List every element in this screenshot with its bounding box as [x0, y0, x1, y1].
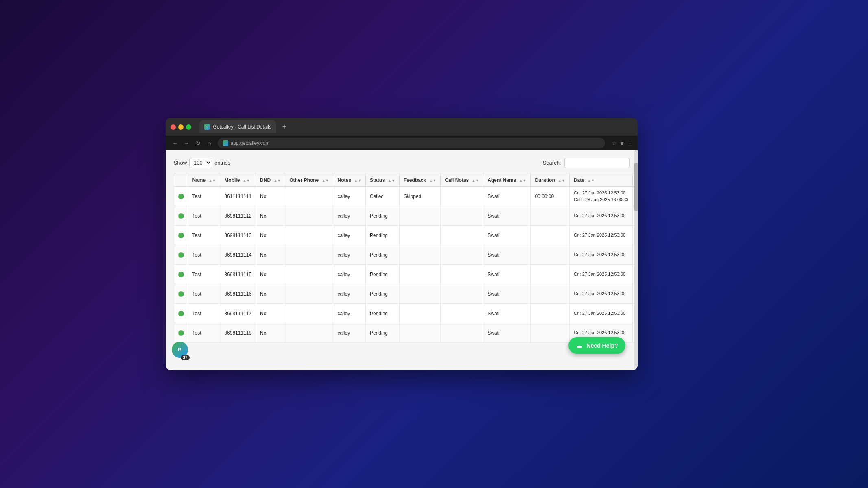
minimize-button[interactable] [178, 124, 184, 130]
feedback-cell [399, 226, 441, 245]
sort-notes-icon: ▲▼ [354, 179, 361, 183]
agent-name-cell: Swati [483, 187, 531, 206]
table-row: Test8698111118NocalleyPendingSwatiCr : 2… [174, 323, 638, 343]
status-indicator [178, 213, 184, 219]
tab-favicon: G [204, 124, 210, 130]
name-cell: Test [188, 304, 220, 323]
maximize-button[interactable] [186, 124, 191, 130]
name-cell: Test [188, 284, 220, 304]
whatsapp-help-button[interactable]: 🗕 Need Help? [568, 337, 625, 354]
show-label: Show [174, 160, 187, 166]
duration-cell [531, 265, 570, 284]
notification-badge: 37 [181, 355, 190, 360]
date-created: Cr : 27 Jan 2025 12:53:00 [574, 212, 629, 219]
table-row: Test8698111115NocalleyPendingSwatiCr : 2… [174, 265, 638, 284]
search-label: Search: [543, 160, 561, 166]
col-header-call-notes[interactable]: Call Notes ▲▼ [441, 174, 483, 187]
dnd-cell: No [256, 206, 285, 226]
notes-cell: calley [333, 187, 366, 206]
col-header-dnd[interactable]: DND ▲▼ [256, 174, 285, 187]
notes-cell: calley [333, 245, 366, 265]
col-header-date[interactable]: Date ▲▼ [569, 174, 633, 187]
active-tab[interactable]: G Getcalley - Call List Details [199, 120, 276, 133]
duration-cell [531, 245, 570, 265]
dnd-cell: No [256, 245, 285, 265]
scrollbar-thumb[interactable] [634, 163, 638, 211]
agent-name-cell: Swati [483, 226, 531, 245]
col-header-notes[interactable]: Notes ▲▼ [333, 174, 366, 187]
status-cell: Pending [365, 226, 399, 245]
menu-icon[interactable]: ⋮ [627, 140, 633, 146]
row-checkbox-cell [174, 206, 188, 226]
scrollbar[interactable] [634, 150, 638, 370]
dnd-cell: No [256, 226, 285, 245]
date-created: Cr : 27 Jan 2025 12:53:00 [574, 290, 629, 297]
other-phone-cell [285, 265, 333, 284]
status-cell: Called [365, 187, 399, 206]
dnd-cell: No [256, 265, 285, 284]
status-cell: Pending [365, 206, 399, 226]
data-table: Name ▲▼ Mobile ▲▼ DND ▲▼ Other Phone [174, 174, 638, 343]
status-cell: Pending [365, 284, 399, 304]
call-notes-cell [441, 323, 483, 343]
status-indicator [178, 252, 184, 258]
table-row: Test8698111114NocalleyPendingSwatiCr : 2… [174, 245, 638, 265]
dnd-cell: No [256, 323, 285, 343]
nav-buttons: ← → ↻ ⌂ [171, 138, 214, 148]
url-bar[interactable]: app.getcalley.com [218, 138, 605, 148]
col-header-checkbox[interactable] [174, 174, 188, 187]
close-button[interactable] [171, 124, 176, 130]
home-button[interactable]: ⌂ [205, 138, 214, 148]
row-checkbox-cell [174, 304, 188, 323]
sort-date-icon: ▲▼ [587, 179, 595, 183]
reload-button[interactable]: ↻ [193, 138, 203, 148]
duration-cell [531, 304, 570, 323]
mobile-cell: 8698111116 [220, 284, 256, 304]
mobile-cell: 8698111113 [220, 226, 256, 245]
status-indicator [178, 330, 184, 336]
mobile-cell: 8611111111 [220, 187, 256, 206]
browser-content: Show 100 25 50 entries Search: [166, 150, 638, 370]
mobile-cell: 8698111114 [220, 245, 256, 265]
other-phone-cell [285, 284, 333, 304]
table-row: Test8698111113NocalleyPendingSwatiCr : 2… [174, 226, 638, 245]
col-header-duration[interactable]: Duration ▲▼ [531, 174, 570, 187]
traffic-lights [171, 124, 191, 130]
col-header-mobile[interactable]: Mobile ▲▼ [220, 174, 256, 187]
col-header-agent-name[interactable]: Agent Name ▲▼ [483, 174, 531, 187]
name-cell: Test [188, 206, 220, 226]
feedback-cell [399, 265, 441, 284]
date-created: Cr : 27 Jan 2025 12:53:00 [574, 190, 629, 196]
bookmark-icon[interactable]: ☆ [612, 140, 617, 146]
duration-cell [531, 284, 570, 304]
name-cell: Test [188, 187, 220, 206]
dnd-cell: No [256, 187, 285, 206]
feedback-cell [399, 245, 441, 265]
toolbar: Show 100 25 50 entries Search: [174, 158, 630, 168]
col-header-status[interactable]: Status ▲▼ [365, 174, 399, 187]
date-created: Cr : 27 Jan 2025 12:53:00 [574, 329, 629, 336]
entries-select[interactable]: 100 25 50 [189, 158, 212, 168]
dnd-cell: No [256, 284, 285, 304]
row-checkbox-cell [174, 323, 188, 343]
row-checkbox-cell [174, 265, 188, 284]
extensions-icon[interactable]: ▣ [619, 140, 625, 146]
name-cell: Test [188, 323, 220, 343]
col-header-feedback[interactable]: Feedback ▲▼ [399, 174, 441, 187]
back-button[interactable]: ← [171, 138, 180, 148]
feedback-cell [399, 206, 441, 226]
sort-mobile-icon: ▲▼ [243, 179, 250, 183]
date-cell: Cr : 27 Jan 2025 12:53:00 [569, 245, 633, 265]
new-tab-button[interactable]: + [279, 121, 290, 133]
col-header-name[interactable]: Name ▲▼ [188, 174, 220, 187]
search-input[interactable] [564, 158, 630, 168]
status-indicator [178, 272, 184, 277]
sort-dnd-icon: ▲▼ [273, 179, 281, 183]
url-text: app.getcalley.com [231, 140, 270, 146]
forward-button[interactable]: → [182, 138, 192, 148]
col-header-other-phone[interactable]: Other Phone ▲▼ [285, 174, 333, 187]
sort-name-icon: ▲▼ [209, 179, 216, 183]
table-header-row: Name ▲▼ Mobile ▲▼ DND ▲▼ Other Phone [174, 174, 638, 187]
call-notes-cell [441, 187, 483, 206]
entries-label: entries [214, 160, 230, 166]
